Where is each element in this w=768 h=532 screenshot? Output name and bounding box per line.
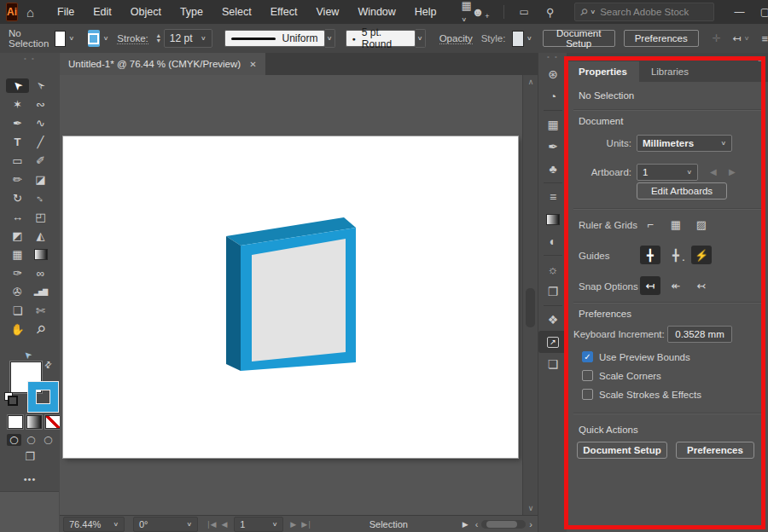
- document-tab[interactable]: Untitled-1* @ 76.44 % (CMYK/Preview) ✕: [60, 53, 265, 75]
- show-grid-button[interactable]: ▦: [666, 215, 686, 234]
- symbol-sprayer-tool[interactable]: ✇: [6, 285, 29, 299]
- chevron-down-icon[interactable]: ∨: [68, 35, 74, 42]
- keyboard-increment-input[interactable]: 0.3528 mm: [667, 326, 732, 343]
- stroke-panel-link[interactable]: Stroke:: [117, 33, 148, 44]
- next-artboard-icon[interactable]: ▶: [290, 520, 296, 529]
- first-artboard-icon[interactable]: ∣◀: [207, 520, 216, 529]
- stroke-color-swatch[interactable]: [88, 30, 100, 47]
- control-panel-menu-icon[interactable]: ≡: [761, 32, 768, 45]
- scroll-left-icon[interactable]: ‹: [475, 519, 479, 529]
- dock-grip[interactable]: • •: [538, 53, 567, 63]
- rotate-tool[interactable]: ↻: [6, 191, 29, 205]
- eraser-tool[interactable]: ◪: [29, 172, 52, 187]
- last-artboard-icon[interactable]: ▶∣: [301, 520, 311, 529]
- default-fill-stroke-icon[interactable]: [4, 392, 15, 403]
- menu-effect[interactable]: Effect: [261, 6, 307, 18]
- variable-width-profile[interactable]: Uniform: [224, 30, 325, 47]
- menu-edit[interactable]: Edit: [84, 6, 121, 18]
- account-icon[interactable]: ☻ +: [472, 5, 485, 19]
- layers-panel-icon[interactable]: ❖: [538, 309, 567, 331]
- slice-tool[interactable]: ✄: [29, 304, 52, 318]
- hand-tool[interactable]: ✋: [6, 322, 29, 337]
- share-screen-icon[interactable]: ▭: [520, 6, 529, 18]
- lightbulb-icon[interactable]: ⚲: [546, 6, 555, 19]
- eyedropper-tool[interactable]: ✑: [6, 266, 29, 280]
- qa-document-setup-button[interactable]: Document Setup: [577, 442, 667, 459]
- collapse-panel-icon[interactable]: »: [758, 55, 763, 64]
- screen-mode-icon[interactable]: ❐: [0, 450, 60, 463]
- tab-properties[interactable]: Properties: [567, 61, 639, 82]
- rectangle-tool[interactable]: ▭: [6, 153, 29, 168]
- show-guides-button[interactable]: ╋: [640, 246, 660, 264]
- preferences-button[interactable]: Preferences: [624, 30, 699, 47]
- shape-builder-tool[interactable]: ◩: [6, 228, 29, 243]
- edit-artboards-button[interactable]: Edit Artboards: [637, 182, 727, 200]
- curvature-tool[interactable]: ∿: [29, 116, 52, 130]
- adobe-stock-search[interactable]: ⚲ ∨: [574, 3, 714, 21]
- direct-selection-tool[interactable]: ➢: [29, 78, 52, 93]
- fill-color-swatch[interactable]: [55, 31, 67, 47]
- brush-dropdown-button[interactable]: ∨: [416, 29, 426, 48]
- status-tool-name[interactable]: Selection: [369, 519, 408, 529]
- menu-help[interactable]: Help: [405, 6, 446, 18]
- vertical-scrollbar[interactable]: ∧ ∨: [522, 75, 538, 515]
- color-guide-panel-icon[interactable]: ◔: [538, 85, 567, 107]
- brushes-panel-icon[interactable]: ✒: [538, 136, 567, 158]
- smart-guides-button[interactable]: ⚡: [691, 246, 712, 264]
- stroke-panel-icon[interactable]: ≡: [538, 186, 567, 208]
- workspace-switcher-icon[interactable]: ▦ ∨: [462, 0, 472, 25]
- document-setup-button[interactable]: Document Setup: [543, 30, 615, 47]
- color-button[interactable]: [8, 415, 23, 429]
- menu-type[interactable]: Type: [171, 6, 212, 18]
- lasso-tool[interactable]: ∾: [29, 97, 52, 112]
- edit-toolbar-button[interactable]: •••: [0, 474, 60, 484]
- menu-object[interactable]: Object: [121, 6, 171, 18]
- show-transparency-grid-button[interactable]: ▨: [691, 215, 712, 234]
- horizontal-scrollbar[interactable]: [481, 520, 526, 529]
- minimize-button[interactable]: —: [726, 0, 752, 24]
- magic-wand-tool[interactable]: ✶: [6, 97, 29, 112]
- line-segment-tool[interactable]: ╱: [29, 135, 52, 149]
- gradient-button[interactable]: [26, 415, 42, 429]
- artboards-panel-icon[interactable]: ❏: [538, 353, 567, 375]
- style-swatch[interactable]: [512, 31, 524, 47]
- shaper-tool[interactable]: ✏: [6, 172, 29, 187]
- maximize-button[interactable]: ▢: [752, 0, 768, 24]
- horizontal-scroll-thumb[interactable]: [486, 521, 517, 528]
- tab-libraries[interactable]: Libraries: [639, 61, 701, 82]
- swap-fill-stroke-icon[interactable]: ⇄: [42, 359, 54, 371]
- pen-tool[interactable]: ✒: [6, 116, 29, 130]
- artboard-dropdown[interactable]: 1 ∨: [637, 164, 698, 181]
- type-tool[interactable]: T: [6, 135, 29, 149]
- menu-file[interactable]: File: [48, 6, 84, 18]
- draw-inside-button[interactable]: ◯: [41, 434, 55, 446]
- opacity-link[interactable]: Opacity: [439, 33, 473, 44]
- close-tab-icon[interactable]: ✕: [249, 60, 256, 69]
- status-play-icon[interactable]: ▶: [463, 520, 468, 529]
- zoom-tool[interactable]: ⚲: [29, 322, 52, 337]
- width-tool[interactable]: ↔: [6, 210, 29, 224]
- color-panel-icon[interactable]: ⊛: [538, 63, 567, 85]
- scroll-up-icon[interactable]: ∧: [523, 78, 538, 86]
- search-input[interactable]: [598, 6, 695, 18]
- stroke-proxy[interactable]: [28, 382, 58, 412]
- rotation-combo[interactable]: 0° ∨: [133, 517, 198, 532]
- draw-normal-button[interactable]: ◯: [7, 434, 21, 446]
- none-button[interactable]: [45, 415, 61, 429]
- asset-export-panel-icon[interactable]: ↗: [538, 331, 567, 353]
- profile-dropdown-button[interactable]: ∨: [325, 29, 335, 48]
- graphic-styles-panel-icon[interactable]: ❐: [538, 280, 567, 303]
- menu-select[interactable]: Select: [212, 6, 261, 18]
- snap-to-pixel-button[interactable]: ↢: [691, 276, 712, 295]
- column-graph-tool[interactable]: ▂▅▇: [29, 285, 52, 299]
- selection-tool[interactable]: ➤: [6, 78, 29, 93]
- lock-guides-button[interactable]: ╋ ▪: [666, 246, 686, 264]
- chevron-down-icon[interactable]: ∨: [527, 35, 532, 42]
- artboard-number-combo[interactable]: 1 ∨: [234, 517, 283, 532]
- menu-view[interactable]: View: [307, 6, 349, 18]
- snap-to-grid-button[interactable]: ↞: [666, 276, 686, 295]
- scroll-right-icon[interactable]: ›: [529, 519, 532, 529]
- paintbrush-tool[interactable]: ✐: [29, 153, 52, 168]
- snap-options-icon[interactable]: ↤: [733, 32, 742, 44]
- stroke-weight-stepper[interactable]: ▴▾: [157, 33, 160, 43]
